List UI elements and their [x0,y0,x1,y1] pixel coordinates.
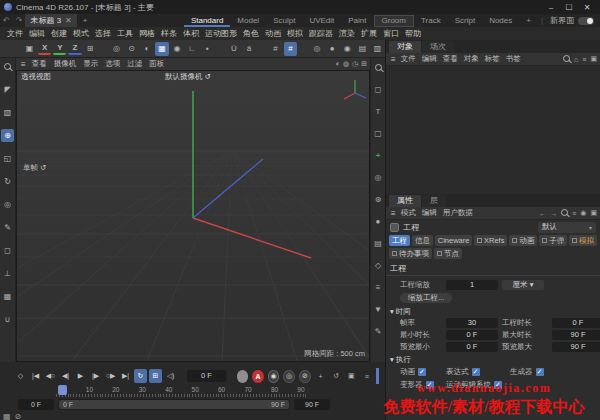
new-ui-toggle[interactable] [578,17,594,25]
axis-x-lock-icon[interactable]: X [38,42,51,55]
menu-item[interactable]: 窗口 [380,28,402,39]
panel-tab[interactable]: 场次 [422,41,454,53]
layer-check-icon[interactable]: ⊘ [15,412,22,420]
attribute-manager-menu-item[interactable]: 编辑 [419,208,440,218]
menu-item[interactable]: 渲染 [336,28,358,39]
preset-dropdown[interactable]: 默认 ▾ [538,222,596,233]
viewport-menu-item[interactable]: 选项 [102,59,123,69]
menu-item[interactable]: 编辑 [26,28,48,39]
record-parameter-icon[interactable]: + [315,370,326,383]
timeline-scroll-handle[interactable] [376,368,380,384]
render-ball-icon[interactable]: ● [326,42,339,56]
record-position-icon[interactable]: ◎ [283,370,295,383]
play-mode-icon[interactable]: ⊞ [149,369,162,383]
wireframe-icon[interactable]: ◍ [343,60,349,68]
attribute-tab-button[interactable]: 信息 [412,235,433,246]
magnet-tool-icon[interactable]: ∪ [1,313,14,326]
search-icon[interactable] [563,55,570,63]
object-manager-menu-item[interactable]: 编辑 [419,54,440,64]
menu-item[interactable]: 文件 [4,28,26,39]
axis-gizmo-icon[interactable] [344,80,366,99]
shading-icon[interactable]: ◐ [336,60,340,68]
checkbox[interactable]: ✓ [494,381,502,389]
popout-icon[interactable]: ▣ [590,55,597,63]
cube-object-icon[interactable]: ◻ [372,83,385,96]
autokey-icon[interactable]: A [252,370,263,383]
live-selection-icon[interactable]: ◤ [1,83,14,96]
menu-item[interactable]: 帮助 [402,28,424,39]
draw-icon[interactable]: ✎ [372,325,385,338]
menu-item[interactable]: 模式 [70,28,92,39]
snap-grid-icon[interactable]: # [269,42,282,56]
search-icon[interactable] [1,60,14,73]
attribute-tab-button[interactable]: XRefs [474,235,507,246]
scale-tool-icon[interactable]: ◱ [1,152,14,165]
record-active-objects-icon[interactable]: ● [237,370,248,383]
deformer-icon[interactable]: ⊛ [372,193,385,206]
dropdown-icon[interactable]: ▼ [372,303,385,316]
viewport-menu-item[interactable]: 显示 [80,59,101,69]
magnet-a-icon[interactable]: Ü [227,42,240,56]
attribute-tab-button[interactable]: 待办事项 [389,248,432,259]
new-document-tab-button[interactable]: + [77,16,94,25]
object-manager-menu-item[interactable]: 书签 [503,54,524,64]
coord-system-icon[interactable]: ⊞ [84,42,97,56]
field-value[interactable]: 90 F [552,330,600,340]
motion-system-icon[interactable]: ↺ [330,370,341,383]
render-queue-icon[interactable]: ◉ [171,42,184,56]
angle-tool-icon[interactable]: ∟ [186,42,199,56]
magnet-b-icon[interactable]: ä [242,42,255,56]
last-tool-icon[interactable]: ◎ [1,198,14,211]
menu-item[interactable]: 模拟 [284,28,306,39]
layout-tab[interactable]: UVEdit [302,14,341,27]
attribute-tab-button[interactable]: 子弹 [539,235,567,246]
panel-tab[interactable]: 层 [422,195,446,207]
field-value[interactable]: 0 F [446,342,498,352]
layout-tab[interactable]: Track [414,14,448,27]
menu-item[interactable]: 选择 [92,28,114,39]
viewport-menu-item[interactable]: 面板 [146,59,167,69]
attribute-tab-button[interactable]: 工程 [389,235,410,246]
minimize-button[interactable]: – [542,3,560,12]
history-back-icon[interactable]: ← [539,210,546,217]
axis-y-lock-icon[interactable]: Y [53,42,66,55]
viewport-canvas[interactable]: 透视视图 默认摄像机 ↺ 单帧 ↺ 网格间距 : 500 cm [16,70,370,362]
unit-dropdown[interactable]: 厘米 ▾ [502,280,544,290]
layout-tab[interactable]: Script [448,14,482,27]
lock-icon[interactable]: ◉ [580,209,586,217]
checkbox[interactable]: ✓ [418,368,426,376]
scale-project-button[interactable]: 缩放工程... [400,293,452,303]
gap[interactable] [216,42,225,56]
field-value[interactable]: 0 F [552,318,600,328]
menu-item[interactable]: 跟踪器 [306,28,336,39]
menu-item[interactable]: 创建 [48,28,70,39]
layout-tab[interactable]: Standard [184,14,230,27]
edit-render-settings-icon[interactable]: ▦ [155,42,168,56]
field-value[interactable]: 0 F [446,330,498,340]
viewport-burger-icon[interactable]: ≡ [19,60,28,69]
generator-icon[interactable]: ◎ [372,171,385,184]
field-value[interactable]: 30 [446,318,498,328]
viewport-menu-item[interactable]: 查看 [29,59,50,69]
plane-object-icon[interactable]: ▢ [372,127,385,140]
render-region-icon[interactable]: ⊙ [125,42,138,56]
layout-tab[interactable]: + [519,14,538,27]
attribute-manager-burger-icon[interactable]: ≡ [389,209,398,218]
attribute-manager-menu-item[interactable]: 模式 [398,208,419,218]
checkbox[interactable]: ✓ [536,368,544,376]
asset-browser-icon[interactable]: ▥ [371,42,384,56]
workplane-icon[interactable]: ▦ [1,290,14,303]
menu-item[interactable]: 体积 [180,28,202,39]
text-object-icon[interactable]: T [372,105,385,118]
layout-tab[interactable]: Groom [374,15,414,27]
attribute-tab-button[interactable]: Cineware [435,235,472,246]
axis-tool-icon[interactable]: ⊥ [1,267,14,280]
time-section-header[interactable]: ▾ 时间 [386,304,600,318]
cube-tool-icon[interactable]: ◻ [1,244,14,257]
render-settings-icon[interactable]: ◉ [341,42,354,56]
material-manager-icon[interactable]: ▦ [3,412,11,420]
snap-enable-icon[interactable]: # [284,42,297,56]
rect-selection-icon[interactable]: ▧ [1,106,14,119]
view-name-label[interactable]: 透视视图 [21,72,51,82]
goto-end-icon[interactable]: ▶| [119,369,132,383]
